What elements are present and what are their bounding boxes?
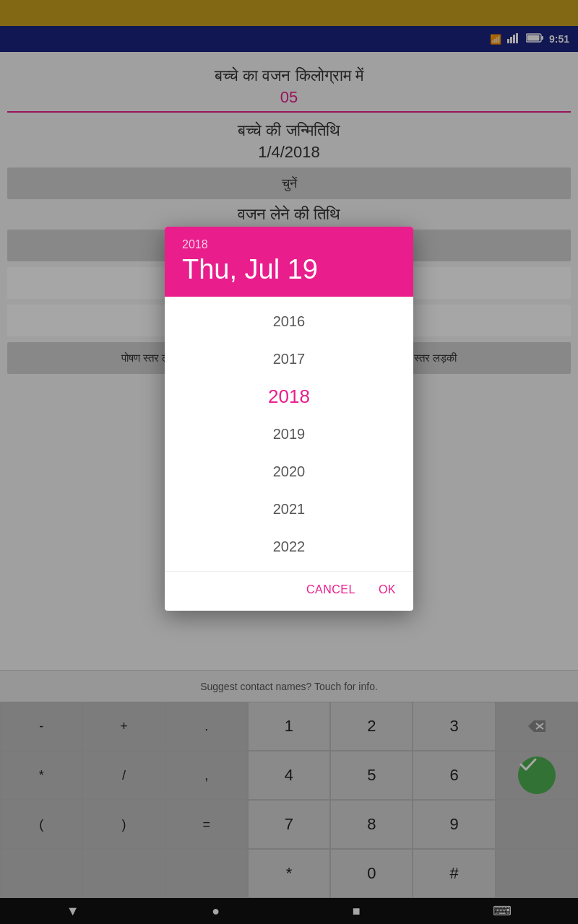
year-item-2021[interactable]: 2021 — [165, 490, 413, 528]
dialog-date: Thu, Jul 19 — [182, 254, 396, 285]
year-item-2018[interactable]: 2018 — [165, 378, 413, 415]
year-item-2019[interactable]: 2019 — [165, 415, 413, 453]
date-picker-dialog: 2018 Thu, Jul 19 2016 2017 2018 2019 202… — [165, 227, 413, 611]
cancel-button[interactable]: CANCEL — [301, 578, 361, 602]
ok-button[interactable]: OK — [373, 578, 402, 602]
dialog-overlay: 2018 Thu, Jul 19 2016 2017 2018 2019 202… — [0, 0, 578, 924]
dialog-footer: CANCEL OK — [165, 571, 413, 611]
year-item-2022[interactable]: 2022 — [165, 528, 413, 565]
year-item-2016[interactable]: 2016 — [165, 302, 413, 340]
year-item-2020[interactable]: 2020 — [165, 453, 413, 490]
dialog-year-list[interactable]: 2016 2017 2018 2019 2020 2021 2022 — [165, 297, 413, 571]
dialog-header: 2018 Thu, Jul 19 — [165, 227, 413, 297]
year-item-2017[interactable]: 2017 — [165, 340, 413, 378]
dialog-year: 2018 — [182, 238, 396, 251]
